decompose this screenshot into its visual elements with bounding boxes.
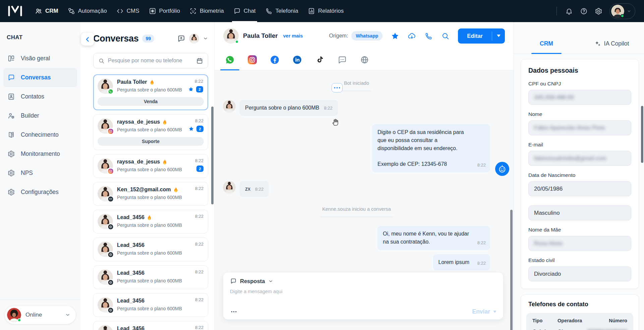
users-icon (35, 7, 42, 15)
avatar[interactable] (189, 34, 199, 44)
sidebar-item-builder[interactable]: Builder (3, 106, 77, 125)
sidebar-item-monitoramento[interactable]: Monitoramento (3, 144, 77, 163)
conversation-time: 8:22 (195, 325, 203, 330)
calendar-icon[interactable] (196, 57, 203, 64)
field-input[interactable]: Divorciado (528, 266, 631, 281)
conversation-item[interactable]: Lead_3456Pergunta sobre o plano 600MB8:2… (93, 293, 208, 317)
sidebar-item-conhecimento[interactable]: Conhecimento (3, 125, 77, 144)
conversation-item[interactable]: Lead_3456Pergunta sobre o plano 600MB8:2… (93, 238, 208, 261)
composer-mode-selector[interactable]: Resposta (230, 278, 496, 284)
conversation-item[interactable]: rayssa_de_jesusPergunta sobre o plano 60… (93, 154, 208, 178)
contact-phones-card: Telefones de contato TipoOperadoraNúmero… (521, 294, 639, 330)
email-channel-icon (107, 196, 114, 202)
outgoing-message: Lorem ipsum8:22 (223, 254, 490, 270)
portfolio-icon (149, 7, 156, 15)
message-bubble[interactable]: Digite o CEP da sua residência para que … (372, 124, 490, 172)
sidebar-item-nps[interactable]: NPS (3, 163, 77, 183)
edit-dropdown-button[interactable] (492, 28, 505, 44)
conversation-tag: Venda (98, 97, 204, 106)
nav-item-crm[interactable]: CRM (35, 0, 58, 22)
collapse-panel-button[interactable] (81, 33, 94, 46)
phone-carrier: Claro (558, 329, 587, 330)
field-label: Nome (528, 111, 631, 117)
top-nav-right (557, 3, 635, 19)
favorite-star-icon[interactable] (391, 32, 399, 40)
sidebar-item-conversas[interactable]: Conversas (3, 68, 77, 87)
nav-item-biometria[interactable]: Biometria (189, 0, 224, 22)
search-icon[interactable] (441, 32, 450, 40)
channel-tab-web[interactable] (353, 50, 376, 70)
chat-scrollbar[interactable] (510, 210, 513, 330)
nav-item-portfolio[interactable]: Portfólio (149, 0, 180, 22)
send-button[interactable]: Enviar (472, 308, 497, 315)
message-bubble[interactable]: Pergunta sobre o plano 600MB8:22 (240, 100, 338, 116)
message-input[interactable] (230, 289, 496, 302)
message-text: Lorem ipsum (438, 258, 469, 266)
online-status-dot (235, 40, 239, 44)
crm-panel-scrollbar[interactable] (641, 106, 643, 163)
conversation-item[interactable]: Lead_3456Pergunta sobre o plano 600MB8:2… (93, 321, 208, 330)
conversation-time: 8:22 (195, 297, 203, 302)
app-logo[interactable] (7, 5, 23, 17)
sidebar: CHAT Visão geralConversasContatosBuilder… (0, 22, 80, 330)
nav-item-relatorios[interactable]: Relatórios (308, 0, 344, 22)
channel-tab-linkedin[interactable] (286, 50, 308, 70)
field-input[interactable]: Masculino (528, 205, 631, 220)
conversation-item[interactable]: Ken_152@gmail.comPergunta sobre o plano … (93, 182, 208, 206)
nav-item-chat[interactable]: Chat (233, 0, 256, 22)
chevron-down-icon[interactable] (203, 36, 208, 41)
contact-name: Paula Toller (243, 32, 278, 40)
conversations-scrollbar[interactable] (211, 107, 214, 204)
conversation-item[interactable]: Lead_3456Pergunta sobre o plano 600MB8:2… (93, 210, 208, 234)
field-input[interactable]: Rosa Alves (528, 236, 631, 251)
nav-item-telefonia[interactable]: Telefonia (265, 0, 298, 22)
field-input[interactable]: Fábio Aparecido Alves Pinto (528, 120, 631, 135)
user-menu[interactable] (609, 3, 635, 19)
conversation-item[interactable]: Lead_3456Pergunta sobre o plano 600MB8:2… (93, 265, 208, 289)
channel-tab-whatsapp[interactable] (219, 50, 241, 70)
channel-tab-tiktok[interactable] (308, 50, 331, 70)
search-input[interactable] (108, 58, 193, 64)
bell-icon[interactable] (565, 7, 573, 15)
instagram-channel-icon (107, 128, 114, 135)
message-bubble[interactable]: Oi, meu nome é Kenn, vou te ajudar na su… (377, 226, 490, 250)
help-icon[interactable] (580, 7, 588, 15)
field-input[interactable]: 20/05/1986 (528, 181, 631, 196)
channel-tab-instagram[interactable] (241, 50, 264, 70)
avatar (98, 297, 113, 313)
sidebar-item-contatos[interactable]: Contatos (3, 87, 77, 106)
see-more-link[interactable]: ver mais (283, 33, 303, 39)
nav-item-cms[interactable]: CMS (116, 0, 139, 22)
message-bubble[interactable]: Lorem ipsum8:22 (433, 254, 490, 270)
edit-button[interactable]: Editar (458, 28, 492, 44)
message-time: 8:22 (477, 240, 486, 246)
tab-crm[interactable]: CRM (514, 22, 579, 54)
gear-icon[interactable] (595, 7, 602, 15)
field-label: CPF ou CNPJ (528, 81, 631, 87)
new-conversation-icon[interactable] (177, 35, 185, 43)
message-time: 8:22 (477, 162, 486, 169)
more-options-icon[interactable] (230, 308, 238, 316)
message-bubble[interactable]: zx8:22 (240, 181, 269, 197)
cloud-download-icon[interactable] (408, 32, 416, 40)
field-input[interactable]: 345.058.488.69 (528, 90, 631, 105)
conversations-panel: Conversas 99 Paula TollerPergunta sobre … (80, 22, 215, 330)
message-text: Pergunta sobre o plano 600MB (245, 105, 319, 111)
channel-tab-facebook[interactable] (264, 50, 286, 70)
agent-status-selector[interactable]: Online (5, 306, 76, 324)
tab-ia-copilot[interactable]: IA Copilot (579, 22, 644, 54)
phones-table: TipoOperadoraNúmeroCelularClaro559991234… (526, 313, 633, 330)
message-actions-button[interactable] (332, 83, 343, 92)
sidebar-item-visao-geral[interactable]: Visão geral (3, 49, 77, 68)
avatar (98, 269, 113, 285)
sidebar-item-configuracoes[interactable]: Configurações (3, 183, 77, 202)
channel-tab-sms[interactable] (331, 50, 353, 70)
contact-phones-title: Telefones de contato (526, 301, 633, 308)
incoming-message: Pergunta sobre o plano 600MB8:22 (223, 100, 490, 116)
phone-icon[interactable] (424, 32, 433, 40)
nav-item-automacao[interactable]: Automação (68, 0, 107, 22)
field-input[interactable]: fabiovisualmidia@gmail.com (528, 151, 631, 166)
conversation-list: Paula TollerPergunta sobre o plano 600MB… (93, 74, 208, 330)
conversation-item[interactable]: rayssa_de_jesusPergunta sobre o plano 60… (93, 114, 208, 150)
conversation-item[interactable]: Paula TollerPergunta sobre o plano 600MB… (93, 74, 208, 110)
